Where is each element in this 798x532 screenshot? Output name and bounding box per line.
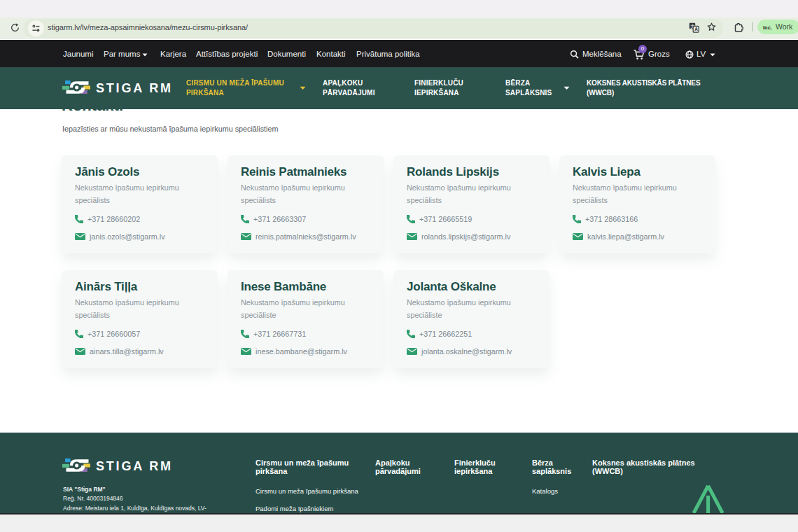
- svg-text:A: A: [694, 27, 698, 31]
